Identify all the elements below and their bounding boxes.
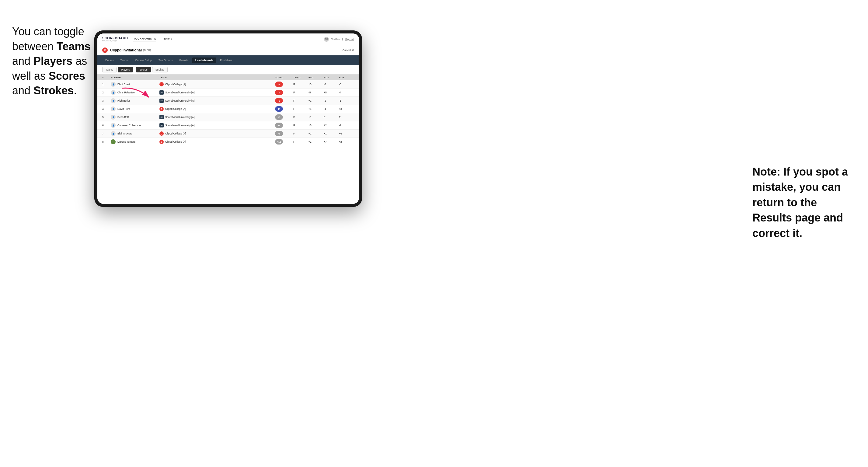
rd3-8: +2 — [339, 140, 354, 143]
annotation-text-1: You can togglebetween Teamsand Players a… — [12, 25, 91, 97]
col-rd3: RD3 — [339, 76, 354, 79]
col-player: PLAYER — [111, 76, 159, 79]
rd1-8: +2 — [309, 140, 324, 143]
tab-printables[interactable]: Printables — [217, 58, 235, 63]
total-6: +6 — [275, 123, 293, 128]
team-logo-6: SU — [159, 123, 164, 127]
annotation-text-2: Note: If you spot a mistake, you can ret… — [752, 165, 848, 240]
rd2-8: +7 — [324, 140, 339, 143]
tab-results[interactable]: Results — [177, 58, 192, 63]
thru-6: F — [293, 124, 309, 127]
tab-tee-groups[interactable]: Tee Groups — [155, 58, 176, 63]
team-name-4: Clippd College [A] — [165, 107, 186, 111]
avatar-7: 👤 — [111, 131, 116, 136]
team-cell-7: C Clippd College [A] — [159, 131, 220, 136]
player-cell-3: 👤 Rich Butler — [111, 98, 159, 103]
team-logo-8: C — [159, 139, 164, 144]
rd3-5: E — [339, 116, 354, 119]
col-spacer — [220, 76, 275, 79]
scores-toggle[interactable]: Scores — [136, 67, 151, 72]
rd2-2: +5 — [324, 91, 339, 94]
tournament-header: C Clippd Invitational (Men) Cancel ✕ — [97, 45, 359, 55]
player-name-8: Marcus Turners — [118, 140, 135, 143]
logo-sub: Powered by clippd — [102, 40, 128, 42]
nav-links: TOURNAMENTS TEAMS — [133, 37, 324, 41]
tab-teams[interactable]: Teams — [118, 58, 132, 63]
table-row: 3 👤 Rich Butler SU Scoreboard University… — [97, 97, 359, 105]
score-badge-1: -8 — [275, 82, 283, 87]
team-name-8: Clippd College [A] — [165, 140, 186, 143]
score-badge-6: +6 — [275, 123, 283, 128]
player-name-2: Chris Robertson — [118, 91, 136, 94]
rd2-4: -4 — [324, 107, 339, 111]
thru-7: F — [293, 132, 309, 135]
strokes-toggle[interactable]: Strokes — [152, 67, 168, 72]
player-cell-7: 👤 Blair McHarg — [111, 131, 159, 136]
table-row: 5 👤 Rees Britt SU Scoreboard University … — [97, 113, 359, 121]
col-rank: # — [102, 76, 111, 79]
nav-tournaments[interactable]: TOURNAMENTS — [133, 37, 156, 41]
total-8: +11 — [275, 139, 293, 145]
nav-teams[interactable]: TEAMS — [162, 37, 173, 41]
rank-3: 3 — [102, 99, 111, 102]
leaderboard-table: # PLAYER TEAM TOTAL THRU RD1 RD2 RD3 1 👤… — [97, 74, 359, 204]
player-name-6: Cameron Robertson — [118, 124, 141, 127]
player-cell-8: MT Marcus Turners — [111, 139, 159, 144]
total-1: -8 — [275, 82, 293, 87]
team-cell-2: SU Scoreboard University [A] — [159, 90, 220, 95]
player-name-4: David Ford — [118, 107, 130, 111]
player-cell-5: 👤 Rees Britt — [111, 115, 159, 120]
rank-2: 2 — [102, 91, 111, 94]
team-cell-6: SU Scoreboard University [A] — [159, 123, 220, 127]
rd3-7: +6 — [339, 132, 354, 135]
player-cell-4: 👤 David Ford — [111, 106, 159, 111]
rank-8: 8 — [102, 140, 111, 143]
players-toggle[interactable]: Players — [118, 67, 133, 72]
right-annotation: Note: If you spot a mistake, you can ret… — [752, 164, 856, 241]
score-badge-8: +11 — [275, 139, 283, 145]
tab-details[interactable]: Details — [102, 58, 117, 63]
team-name-6: Scoreboard University [A] — [165, 124, 194, 127]
sign-out-link[interactable]: Sign out — [345, 38, 354, 40]
rd3-3: -1 — [339, 99, 354, 102]
col-rd1: RD1 — [309, 76, 324, 79]
col-team: TEAM — [159, 76, 220, 79]
cancel-button[interactable]: Cancel ✕ — [342, 49, 354, 52]
rank-4: 4 — [102, 107, 111, 111]
table-row: 4 👤 David Ford C Clippd College [A] E F … — [97, 105, 359, 113]
player-name-7: Blair McHarg — [118, 132, 132, 135]
tab-leaderboards[interactable]: Leaderboards — [192, 58, 217, 63]
logo-text: SCOREBOARD — [102, 36, 128, 40]
score-badge-4: E — [275, 106, 283, 112]
rd1-2: -5 — [309, 91, 324, 94]
left-annotation: You can togglebetween Teamsand Players a… — [12, 24, 91, 98]
top-nav: SCOREBOARD Powered by clippd TOURNAMENTS… — [97, 33, 359, 45]
col-thru: THRU — [293, 76, 309, 79]
avatar-6: 👤 — [111, 123, 116, 128]
total-5: +1 — [275, 115, 293, 120]
tournament-gender: (Men) — [143, 49, 151, 52]
score-badge-7: +8 — [275, 131, 283, 136]
col-total: TOTAL — [275, 76, 293, 79]
tab-course-setup[interactable]: Course Setup — [132, 58, 155, 63]
avatar-2: 👤 — [111, 90, 116, 95]
avatar-3: 👤 — [111, 98, 116, 103]
tab-bar: Details Teams Course Setup Tee Groups Re… — [97, 55, 359, 65]
teams-toggle[interactable]: Teams — [102, 67, 117, 72]
team-name-1: Clippd College [A] — [165, 83, 186, 86]
rd2-7: +1 — [324, 132, 339, 135]
player-cell-1: 👤 Elliot Ebert — [111, 82, 159, 87]
rank-7: 7 — [102, 132, 111, 135]
player-cell-2: 👤 Chris Robertson — [111, 90, 159, 95]
thru-2: F — [293, 91, 309, 94]
tablet-screen: SCOREBOARD Powered by clippd TOURNAMENTS… — [97, 33, 359, 204]
rank-5: 5 — [102, 116, 111, 119]
toggle-bar: Teams Players Scores Strokes — [97, 65, 359, 74]
team-logo-1: C — [159, 82, 164, 86]
thru-1: F — [293, 83, 309, 86]
user-avatar: TU — [324, 37, 329, 42]
total-4: E — [275, 106, 293, 112]
logo-area: SCOREBOARD Powered by clippd — [102, 36, 128, 42]
thru-3: F — [293, 99, 309, 102]
team-cell-1: C Clippd College [A] — [159, 82, 220, 86]
